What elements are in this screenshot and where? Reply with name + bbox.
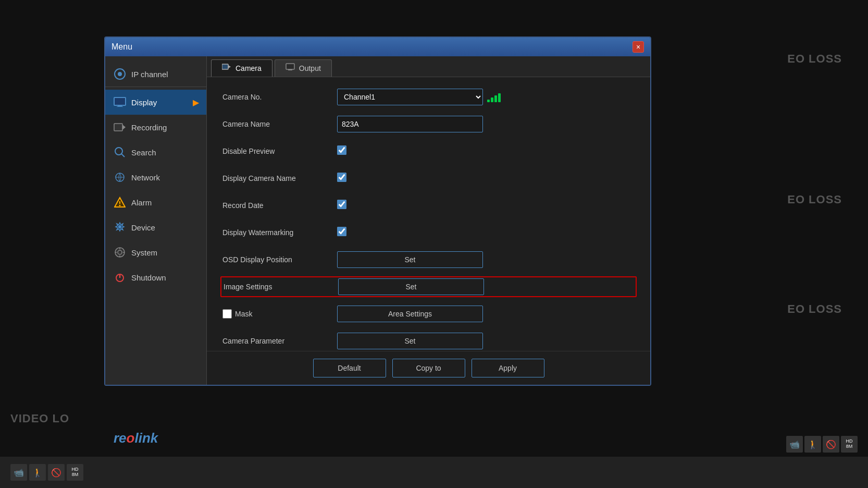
mask-text: Mask xyxy=(235,310,252,318)
svg-rect-26 xyxy=(288,69,292,70)
svg-point-13 xyxy=(119,205,121,206)
osd-set-button[interactable]: Set xyxy=(337,251,483,268)
display-watermarking-control xyxy=(337,227,635,238)
shutdown-icon xyxy=(113,270,127,285)
toolbar-res-icon: HD8M xyxy=(67,464,83,481)
sidebar-item-label-display: Display xyxy=(131,98,157,107)
mask-checkbox[interactable] xyxy=(222,309,232,319)
tab-output-label: Output xyxy=(299,64,321,72)
tab-output[interactable]: Output xyxy=(275,59,332,77)
search-icon xyxy=(113,145,127,160)
camera-no-select-box: Channel1 Channel2 Channel3 Channel4 xyxy=(337,89,635,105)
apply-button[interactable]: Apply xyxy=(472,359,544,377)
signal-strength xyxy=(487,92,501,102)
toolbar-camera-icon[interactable]: 📹 xyxy=(10,464,27,481)
sidebar-item-network[interactable]: Network xyxy=(105,165,206,190)
sidebar-item-shutdown[interactable]: Shutdown xyxy=(105,265,206,290)
display-camera-name-label: Display Camera Name xyxy=(222,174,337,182)
mask-control: Area Settings xyxy=(337,306,635,322)
svg-point-14 xyxy=(118,225,121,228)
tab-camera[interactable]: Camera xyxy=(211,59,272,77)
svg-point-7 xyxy=(115,148,122,155)
bottom-status-icons: 📹 🚶 🚫 HD8M xyxy=(10,464,83,481)
record-date-checkbox[interactable] xyxy=(337,200,346,209)
svg-marker-6 xyxy=(122,125,126,130)
record-date-control xyxy=(337,200,635,211)
brand-re: re xyxy=(114,430,127,446)
display-camera-name-checkbox[interactable] xyxy=(337,173,346,182)
sidebar-item-label-recording: Recording xyxy=(131,123,167,132)
camera-no-row: Camera No. Channel1 Channel2 Channel3 Ch… xyxy=(222,88,635,106)
svg-line-8 xyxy=(121,154,125,157)
main-dialog: Menu × IP channel xyxy=(104,36,651,386)
svg-rect-25 xyxy=(286,64,294,69)
area-settings-button[interactable]: Area Settings xyxy=(337,306,483,322)
sidebar-item-label-search: Search xyxy=(131,148,156,157)
display-camera-name-control xyxy=(337,173,635,184)
tab-camera-label: Camera xyxy=(235,64,262,72)
signal-bar-4 xyxy=(498,93,501,102)
video-loss-bottom-left: VIDEO LO xyxy=(10,412,69,425)
sidebar-item-alarm[interactable]: Alarm xyxy=(105,190,206,215)
default-button[interactable]: Default xyxy=(313,359,386,377)
mask-label-container: Mask xyxy=(222,309,337,319)
image-settings-label: Image Settings xyxy=(224,283,338,291)
content-area: Camera Output Camera No. xyxy=(207,56,650,385)
signal-bar-2 xyxy=(491,97,493,102)
svg-rect-23 xyxy=(222,64,228,69)
toolbar-motion-icon[interactable]: 🚶 xyxy=(29,464,46,481)
sidebar-item-device[interactable]: Device xyxy=(105,215,206,240)
signal-bar-3 xyxy=(494,95,497,102)
close-button[interactable]: × xyxy=(633,41,644,53)
display-icon xyxy=(113,95,127,109)
disable-preview-checkbox[interactable] xyxy=(337,145,346,155)
svg-rect-2 xyxy=(114,97,126,105)
display-camera-name-row: Display Camera Name xyxy=(222,169,635,188)
dialog-body: IP channel Display ▶ xyxy=(105,56,650,385)
record-date-label: Record Date xyxy=(222,201,337,210)
svg-rect-3 xyxy=(118,105,122,106)
form-area: Camera No. Channel1 Channel2 Channel3 Ch… xyxy=(207,77,650,351)
disable-preview-label: Disable Preview xyxy=(222,147,337,155)
dialog-titlebar: Menu × xyxy=(105,38,650,56)
disable-preview-control xyxy=(337,145,635,157)
reolink-brand: reolink xyxy=(114,430,158,446)
system-icon xyxy=(113,245,127,260)
camera-parameter-set-button[interactable]: Set xyxy=(337,333,483,349)
sidebar-item-ip-channel[interactable]: IP channel xyxy=(105,62,206,87)
display-watermarking-checkbox[interactable] xyxy=(337,227,346,236)
br-icon-res: HD8M xyxy=(841,436,858,453)
sidebar-item-label: IP channel xyxy=(131,70,168,79)
sidebar-item-recording[interactable]: Recording xyxy=(105,115,206,140)
recording-icon xyxy=(113,120,127,135)
svg-rect-5 xyxy=(114,124,122,131)
sidebar-item-system[interactable]: System xyxy=(105,240,206,265)
br-icon-no: 🚫 xyxy=(823,436,839,453)
camera-no-control: Channel1 Channel2 Channel3 Channel4 xyxy=(337,89,635,105)
alarm-icon xyxy=(113,195,127,210)
sidebar-item-label-system: System xyxy=(131,248,157,257)
sidebar: IP channel Display ▶ xyxy=(105,56,207,385)
camera-name-input[interactable] xyxy=(337,116,483,132)
record-date-row: Record Date xyxy=(222,196,635,215)
camera-parameter-label: Camera Parameter xyxy=(222,337,337,345)
mask-label-inner: Mask xyxy=(222,309,337,319)
sidebar-item-search[interactable]: Search xyxy=(105,140,206,165)
bottom-right-icons: 📹 🚶 🚫 HD8M xyxy=(786,436,858,453)
video-loss-mid-right: EO LOSS xyxy=(787,193,842,206)
toolbar-no-icon[interactable]: 🚫 xyxy=(48,464,65,481)
sidebar-item-display[interactable]: Display ▶ xyxy=(105,90,206,115)
output-tab-icon xyxy=(286,63,296,74)
image-settings-row: Image Settings Set xyxy=(220,276,637,297)
dialog-title: Menu xyxy=(111,42,132,52)
copy-to-button[interactable]: Copy to xyxy=(392,359,465,377)
camera-no-select[interactable]: Channel1 Channel2 Channel3 Channel4 xyxy=(337,89,483,105)
osd-display-position-row: OSD Display Position Set xyxy=(222,250,635,269)
sidebar-item-label-alarm: Alarm xyxy=(131,198,152,207)
active-arrow: ▶ xyxy=(193,97,199,107)
sidebar-item-label-shutdown: Shutdown xyxy=(131,273,166,282)
camera-parameter-row: Camera Parameter Set xyxy=(222,332,635,350)
device-icon xyxy=(113,220,127,235)
camera-name-control xyxy=(337,116,635,132)
image-settings-set-button[interactable]: Set xyxy=(338,278,484,295)
